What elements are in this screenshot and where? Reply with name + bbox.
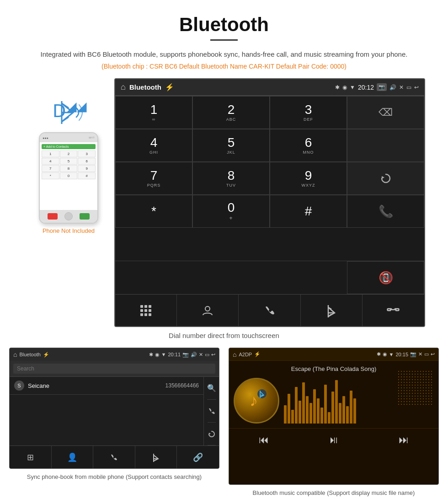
dial-refresh-cell[interactable] xyxy=(347,162,424,195)
music-time: 20:15 xyxy=(395,352,408,357)
dial-3-main: 3 xyxy=(305,103,312,116)
dial-call-red-cell[interactable]: 📵 xyxy=(347,261,424,294)
music-close-icon[interactable]: ✕ xyxy=(418,351,422,357)
back-icon[interactable]: ↩ xyxy=(414,84,419,91)
pb-side-icons: 🔍 xyxy=(203,377,219,445)
dial-1-main: 1 xyxy=(150,103,158,116)
nav-contacts-button[interactable] xyxy=(177,295,239,326)
svg-point-11 xyxy=(205,306,210,311)
phone-key-3: 3 xyxy=(78,150,96,157)
pb-search-bar xyxy=(10,361,219,377)
dial-key-1[interactable]: 1 ∞ xyxy=(115,96,192,129)
pb-sync-side-icon[interactable] xyxy=(208,423,216,445)
music-caption: Bluetooth music compatible (Support disp… xyxy=(253,488,415,498)
title-underline xyxy=(210,39,238,41)
nav-link-button[interactable] xyxy=(363,295,424,326)
eq-bar-9 xyxy=(313,389,316,424)
phone-icon xyxy=(263,305,275,317)
pb-win-icon[interactable]: ▭ xyxy=(205,352,209,358)
dial-6-sub: MNO xyxy=(303,150,314,155)
dial-key-3[interactable]: 3 DEF xyxy=(270,96,347,129)
prev-track-button[interactable]: ⏮ xyxy=(259,434,269,446)
eq-bar-3 xyxy=(291,410,294,424)
music-content-area: Escape (The Pina Colada Song) ♪ xyxy=(229,361,438,428)
music-camera-icon[interactable]: 📷 xyxy=(410,351,416,357)
app-name-label: Bluetooth xyxy=(129,83,161,91)
dial-key-7[interactable]: 7 PQRS xyxy=(115,162,192,195)
phone-top-bar: ●●● MYT xyxy=(40,133,97,142)
music-win-icon[interactable]: ▭ xyxy=(424,351,429,357)
dial-6-main: 6 xyxy=(305,136,312,149)
pb-close-icon[interactable]: ✕ xyxy=(199,352,203,358)
wifi-waves-icon: ◢◢ xyxy=(67,99,87,114)
nav-dialpad-button[interactable] xyxy=(115,295,177,326)
phone-home-button[interactable] xyxy=(64,212,73,220)
music-home-icon[interactable]: ⌂ xyxy=(233,351,236,358)
music-column: ⌂ A2DP ⚡ ✱ ◉ ▼ 20:15 📷 ✕ ▭ ↩ Escape (The… xyxy=(229,348,439,498)
pb-search-side-icon[interactable]: 🔍 xyxy=(207,377,216,400)
nav-bluetooth-button[interactable] xyxy=(301,295,363,326)
dial-call-green-cell[interactable]: 📞 xyxy=(347,195,424,228)
pb-search-input[interactable] xyxy=(13,364,215,374)
svg-rect-7 xyxy=(149,309,151,312)
contact-number: 13566664466 xyxy=(165,382,199,389)
pb-nav-dialpad[interactable]: ⊞ xyxy=(10,446,52,468)
phone-key-7: 7 xyxy=(42,165,59,172)
dial-key-2[interactable]: 2 ABC xyxy=(192,96,270,129)
music-bt-icon: ✱ xyxy=(377,351,381,357)
dial-key-8[interactable]: 8 TUV xyxy=(192,162,270,195)
window-icon[interactable]: ▭ xyxy=(406,84,411,91)
pb-call-side-icon[interactable] xyxy=(208,400,216,423)
phone-call-button[interactable] xyxy=(80,213,90,220)
backspace-icon[interactable]: ⌫ xyxy=(379,107,393,118)
pb-back-icon[interactable]: ↩ xyxy=(211,352,215,358)
dial-key-hash[interactable]: # xyxy=(270,195,347,228)
phone-keypad: 1 2 3 4 5 6 7 8 9 * 0 # xyxy=(42,150,96,179)
music-status-right: ✱ ◉ ▼ 20:15 📷 ✕ ▭ ↩ xyxy=(377,351,435,357)
home-icon[interactable]: ⌂ xyxy=(121,82,126,92)
phone-key-5: 5 xyxy=(60,158,78,165)
music-back-icon[interactable]: ↩ xyxy=(431,351,435,357)
music-wifi-icon: ▼ xyxy=(389,352,394,357)
nav-calls-button[interactable] xyxy=(239,295,300,326)
pb-nav-bluetooth[interactable] xyxy=(135,446,177,468)
contact-row-seicane[interactable]: S Seicane 13566664466 xyxy=(10,377,203,395)
dial-5-sub: JKL xyxy=(227,150,235,155)
album-art: ♪ xyxy=(234,378,279,424)
eq-bar-20 xyxy=(353,398,356,424)
next-track-button[interactable]: ⏭ xyxy=(399,434,409,446)
eq-bar-10 xyxy=(317,398,320,424)
dial-0-sub: + xyxy=(229,215,233,221)
pb-bottom-nav: ⊞ 👤 🔗 xyxy=(10,445,219,468)
eq-bar-11 xyxy=(320,408,323,424)
pb-nav-phone[interactable] xyxy=(93,446,135,468)
dial-key-4[interactable]: 4 GHI xyxy=(115,129,192,162)
dial-key-0[interactable]: 0 + xyxy=(192,195,270,228)
svg-rect-2 xyxy=(140,305,143,308)
music-song-title: Escape (The Pina Colada Song) xyxy=(291,365,376,372)
eq-bar-15 xyxy=(335,380,338,424)
pb-vol-icon[interactable]: 🔊 xyxy=(191,352,197,358)
pb-nav-link[interactable]: 🔗 xyxy=(177,446,219,468)
dial-key-star[interactable]: * xyxy=(115,195,192,228)
phone-key-6: 6 xyxy=(78,158,96,165)
contacts-icon xyxy=(201,304,214,317)
dial-key-9[interactable]: 9 WXYZ xyxy=(270,162,347,195)
close-icon[interactable]: ✕ xyxy=(399,84,404,91)
dial-row-5: 📵 xyxy=(115,261,424,294)
music-equalizer xyxy=(284,378,434,424)
play-pause-button[interactable]: ⏯ xyxy=(329,434,339,446)
phone-end-call-button[interactable] xyxy=(48,213,58,220)
eq-bar-13 xyxy=(328,412,331,424)
camera-button[interactable]: 📷 xyxy=(377,83,387,91)
contact-name: Seicane xyxy=(28,382,165,389)
pb-nav-contacts[interactable]: 👤 xyxy=(52,446,94,468)
dial-key-6[interactable]: 6 MNO xyxy=(270,129,347,162)
volume-icon[interactable]: 🔊 xyxy=(389,84,396,91)
pb-home-icon[interactable]: ⌂ xyxy=(13,351,17,358)
main-status-bar: ⌂ Bluetooth ⚡ ✱ ◉ ▼ 20:12 📷 🔊 ✕ ▭ ↩ xyxy=(115,79,424,96)
bluetooth-symbol-icon: Ⅾ xyxy=(53,101,66,121)
dial-key-5[interactable]: 5 JKL xyxy=(192,129,270,162)
pb-camera-icon[interactable]: 📷 xyxy=(182,352,189,358)
eq-bar-6 xyxy=(302,382,305,424)
